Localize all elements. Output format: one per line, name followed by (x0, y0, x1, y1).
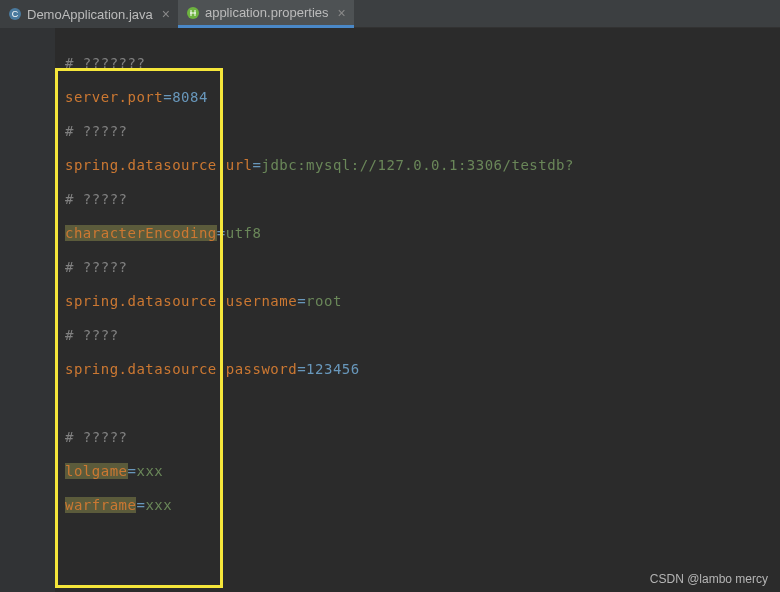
code-line[interactable]: # ????? (65, 114, 574, 148)
close-icon[interactable]: × (338, 5, 346, 21)
tab-label: DemoApplication.java (27, 7, 153, 22)
spring-config-icon (186, 6, 200, 20)
code-line[interactable]: # ???? (65, 318, 574, 352)
watermark: CSDN @lambo mercy (650, 572, 768, 586)
tab-demo-application[interactable]: C DemoApplication.java × (0, 0, 178, 28)
code-line[interactable]: lolgame=xxx (65, 454, 574, 488)
editor-area[interactable]: # ???????server.port=8084# ?????spring.d… (0, 28, 780, 592)
code-line[interactable]: # ??????? (65, 46, 574, 80)
code-line[interactable]: # ????? (65, 250, 574, 284)
tab-application-properties[interactable]: application.properties × (178, 0, 354, 28)
code-line[interactable]: characterEncoding=utf8 (65, 216, 574, 250)
close-icon[interactable]: × (162, 6, 170, 22)
code-line[interactable]: # ????? (65, 420, 574, 454)
code-line[interactable] (65, 386, 574, 420)
tabs-bar: C DemoApplication.java × application.pro… (0, 0, 780, 28)
code-line[interactable]: spring.datasource.username=root (65, 284, 574, 318)
code-content[interactable]: # ???????server.port=8084# ?????spring.d… (55, 28, 574, 592)
tab-label: application.properties (205, 5, 329, 20)
gutter (0, 28, 55, 592)
code-line[interactable]: spring.datasource.password=123456 (65, 352, 574, 386)
svg-text:C: C (12, 9, 19, 19)
code-line[interactable]: server.port=8084 (65, 80, 574, 114)
code-line[interactable]: # ????? (65, 182, 574, 216)
code-line[interactable]: spring.datasource.url=jdbc:mysql://127.0… (65, 148, 574, 182)
code-line[interactable]: warframe=xxx (65, 488, 574, 522)
java-class-icon: C (8, 7, 22, 21)
